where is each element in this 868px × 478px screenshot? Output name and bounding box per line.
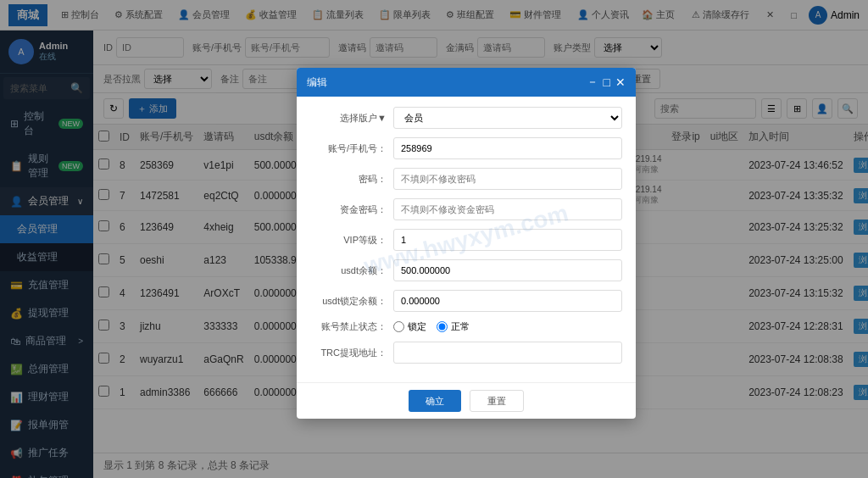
modal-radio-normal[interactable]: 正常 xyxy=(437,320,470,333)
modal-radio-lock[interactable]: 锁定 xyxy=(393,320,426,333)
modal-input-account[interactable] xyxy=(393,137,622,159)
modal-label-fund-password: 资金密码： xyxy=(310,203,387,216)
modal-input-trc[interactable] xyxy=(393,342,622,364)
edit-modal: 编辑 － □ ✕ www.hwyxym.com 选择版户▼ 会员 账号/手机号： xyxy=(297,68,636,419)
modal-input-password[interactable] xyxy=(393,168,622,190)
modal-row-password: 密码： xyxy=(310,168,622,190)
modal-row-user: 选择版户▼ 会员 xyxy=(310,107,622,129)
modal-label-user: 选择版户▼ xyxy=(310,112,387,125)
modal-row-usdt: usdt余额： xyxy=(310,259,622,281)
modal-label-status: 账号禁止状态： xyxy=(310,320,387,333)
modal-maximize-button[interactable]: □ xyxy=(604,75,610,90)
modal-select-user[interactable]: 会员 xyxy=(393,107,622,129)
modal-label-trc: TRC提现地址： xyxy=(310,347,387,359)
modal-header-actions: － □ ✕ xyxy=(587,75,626,90)
modal-label-account: 账号/手机号： xyxy=(310,142,387,155)
modal-row-fund-password: 资金密码： xyxy=(310,198,622,220)
modal-label-usdt-locked: usdt锁定余额： xyxy=(310,295,387,308)
radio-lock-input[interactable] xyxy=(393,321,404,332)
modal-title: 编辑 xyxy=(307,75,327,90)
modal-close-button[interactable]: ✕ xyxy=(615,75,626,90)
modal-radio-status: 锁定 正常 xyxy=(393,320,470,333)
modal-row-account: 账号/手机号： xyxy=(310,137,622,159)
modal-label-vip: VIP等级： xyxy=(310,234,387,247)
modal-minimize-button[interactable]: － xyxy=(587,75,598,90)
modal-input-vip[interactable] xyxy=(393,229,622,251)
radio-normal-input[interactable] xyxy=(437,321,448,332)
modal-input-fund-password[interactable] xyxy=(393,198,622,220)
modal-row-usdt-locked: usdt锁定余额： xyxy=(310,290,622,312)
modal-overlay: 编辑 － □ ✕ www.hwyxym.com 选择版户▼ 会员 账号/手机号： xyxy=(0,0,868,478)
modal-submit-button[interactable]: 确立 xyxy=(409,390,461,412)
modal-row-vip: VIP等级： xyxy=(310,229,622,251)
modal-reset-button[interactable]: 重置 xyxy=(470,390,524,412)
modal-footer: 确立 重置 xyxy=(297,382,636,419)
modal-input-usdt[interactable] xyxy=(393,259,622,281)
modal-label-password: 密码： xyxy=(310,173,387,186)
modal-row-status: 账号禁止状态： 锁定 正常 xyxy=(310,320,622,333)
modal-input-usdt-locked[interactable] xyxy=(393,290,622,312)
modal-body: www.hwyxym.com 选择版户▼ 会员 账号/手机号： 密码： 资金 xyxy=(297,97,636,382)
modal-label-usdt: usdt余额： xyxy=(310,264,387,277)
modal-header: 编辑 － □ ✕ xyxy=(297,68,636,97)
modal-row-trc: TRC提现地址： xyxy=(310,342,622,364)
